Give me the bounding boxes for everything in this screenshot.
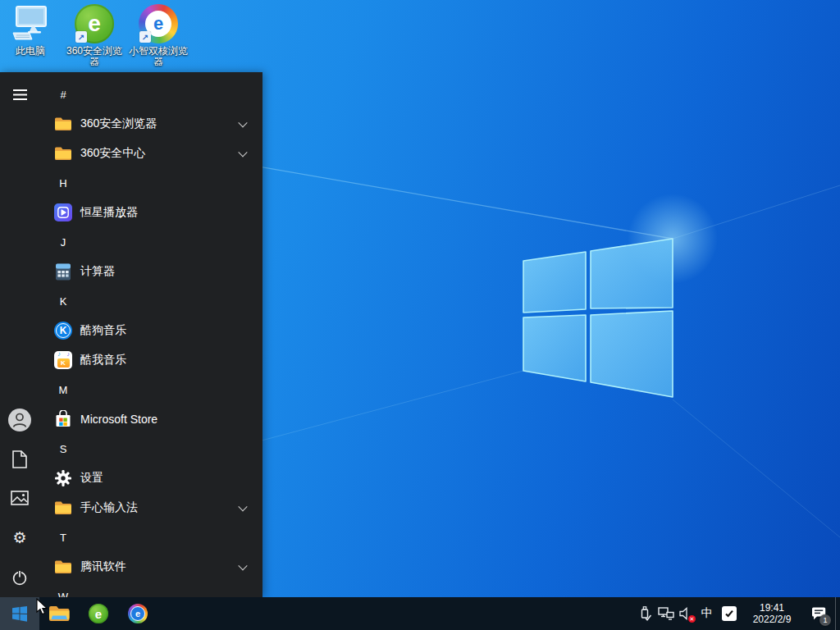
ime-chinese-label: 中 [701, 606, 713, 621]
group-header-K[interactable]: K [39, 286, 262, 316]
windows-logo-icon [11, 605, 28, 622]
ime-indicator-button[interactable]: 中 [696, 597, 717, 630]
start-item-settings[interactable]: 设置 [39, 463, 262, 493]
expand-menu-button[interactable] [0, 75, 39, 114]
chevron-down-icon[interactable] [238, 502, 247, 511]
start-item-microsoft-store[interactable]: Microsoft Store [39, 404, 262, 434]
settings-rail-button[interactable]: ⚙ [0, 518, 39, 557]
chevron-down-icon[interactable] [238, 148, 247, 157]
pictures-icon [11, 491, 29, 505]
settings-gear-icon [52, 470, 74, 486]
group-header-hash[interactable]: # [39, 80, 262, 109]
power-icon [11, 569, 28, 586]
network-icon [658, 607, 674, 620]
action-center-button[interactable]: 1 [802, 597, 835, 630]
group-header-S[interactable]: S [39, 434, 262, 463]
volume-tray-button[interactable]: ✕ [676, 597, 696, 630]
clock-date: 2022/2/9 [745, 614, 799, 625]
user-avatar-icon [7, 408, 32, 432]
desktop-icon-this-pc[interactable]: 此电脑 [0, 3, 61, 57]
xiaozhi-browser-icon: e [128, 604, 148, 623]
mute-x-badge: ✕ [688, 615, 696, 623]
this-pc-icon [10, 3, 51, 44]
start-item-360-center-folder[interactable]: 360安全中心 [39, 139, 262, 168]
documents-button[interactable] [0, 440, 39, 479]
start-item-hengxing-player[interactable]: 恒星播放器 [39, 198, 262, 227]
start-menu-app-list: # 360安全浏览器 36 [39, 80, 262, 611]
power-button[interactable] [0, 558, 39, 597]
chevron-down-icon[interactable] [238, 561, 247, 570]
desktop-icon-label: 小智双核浏览器 [128, 46, 189, 67]
start-menu: ⚙ # 360安全浏览器 [0, 72, 262, 597]
shortcut-arrow-icon: ↗ [75, 31, 87, 43]
start-item-calculator[interactable]: 计算器 [39, 257, 262, 286]
pictures-button[interactable] [0, 478, 39, 518]
network-tray-button[interactable] [655, 597, 676, 630]
folder-icon [52, 500, 74, 515]
taskbar-clock[interactable]: 19:41 2022/2/9 [745, 602, 799, 625]
user-account-button[interactable] [0, 400, 39, 440]
360-browser-taskbar-button[interactable]: e [79, 597, 118, 630]
desktop-icon-label: 此电脑 [16, 46, 45, 57]
notification-count-badge: 1 [819, 614, 831, 626]
kuwo-music-icon: ♪ ♪ K [52, 351, 74, 369]
gear-icon: ⚙ [12, 530, 26, 546]
calculator-icon [52, 263, 74, 281]
folder-icon [52, 559, 74, 574]
start-item-360-browser-folder[interactable]: 360安全浏览器 [39, 109, 262, 139]
ms-store-icon [52, 410, 74, 428]
start-button[interactable] [0, 597, 39, 630]
checkmark-app-icon [722, 606, 737, 621]
usb-icon [638, 606, 652, 621]
document-icon [12, 450, 27, 468]
security-app-tray-button[interactable] [717, 597, 742, 630]
start-menu-rail: ⚙ [0, 72, 39, 597]
hengxing-player-icon [52, 203, 74, 221]
start-item-kugou-music[interactable]: K 酷狗音乐 [39, 316, 262, 345]
clock-time: 19:41 [745, 602, 799, 614]
360-browser-icon: e [89, 604, 108, 623]
xiaozhi-browser-icon: e ↗ [138, 3, 179, 44]
group-header-J[interactable]: J [39, 227, 262, 257]
start-item-shouxin-ime-folder[interactable]: 手心输入法 [39, 493, 262, 523]
system-tray: ✕ 中 19:41 2022/2/9 [635, 597, 840, 630]
group-header-H[interactable]: H [39, 168, 262, 198]
360-browser-icon: e ↗ [74, 3, 115, 44]
desktop-screen: 此电脑 e ↗ 360安全浏览器 e ↗ 小智双核浏览器 [0, 0, 840, 630]
usb-device-tray-button[interactable] [635, 597, 655, 630]
group-header-M[interactable]: M [39, 375, 262, 404]
desktop-icon-xiaozhi-browser[interactable]: e ↗ 小智双核浏览器 [128, 3, 189, 67]
taskbar: e e [0, 597, 840, 630]
folder-icon [52, 116, 74, 131]
group-header-T[interactable]: T [39, 523, 262, 552]
start-item-kuwo-music[interactable]: ♪ ♪ K 酷我音乐 [39, 345, 262, 375]
chevron-down-icon[interactable] [238, 118, 247, 127]
shortcut-arrow-icon: ↗ [139, 31, 151, 43]
hamburger-icon [13, 89, 27, 100]
file-explorer-icon [48, 605, 70, 623]
folder-icon [52, 146, 74, 161]
start-item-tencent-folder[interactable]: 腾讯软件 [39, 552, 262, 582]
desktop-icon-360-browser[interactable]: e ↗ 360安全浏览器 [64, 3, 125, 67]
xiaozhi-browser-taskbar-button[interactable]: e [118, 597, 158, 630]
show-desktop-button[interactable] [835, 597, 840, 630]
mouse-cursor [36, 598, 49, 616]
kugou-music-icon: K [52, 322, 74, 340]
desktop-icon-label: 360安全浏览器 [64, 46, 125, 67]
